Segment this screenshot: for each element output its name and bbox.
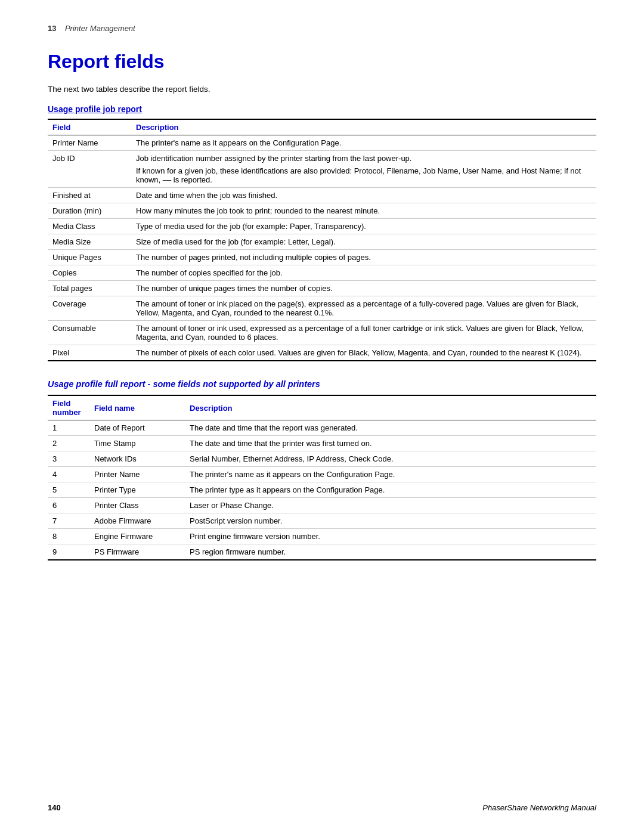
number-cell: 7 — [48, 513, 89, 529]
section1-table-header: Field Description — [48, 119, 596, 135]
description-cell: The date and time that the printer was f… — [185, 436, 596, 451]
field-cell: Consumable — [48, 321, 131, 345]
description-cell: The number of copies specified for the j… — [131, 265, 596, 281]
section2-table: Field number Field name Description 1Dat… — [48, 395, 596, 561]
description-cell: The printer type as it appears on the Co… — [185, 482, 596, 498]
section2-col-number: Field number — [48, 395, 89, 420]
section1-table: Field Description Printer NameThe printe… — [48, 119, 596, 361]
table-row: 3Network IDsSerial Number, Ethernet Addr… — [48, 451, 596, 467]
section2-header-row: Field number Field name Description — [48, 395, 596, 420]
description-cell: The amount of toner or ink placed on the… — [131, 296, 596, 321]
field-cell: Printer Name — [48, 135, 131, 151]
chapter-number: 13 — [48, 24, 56, 33]
chapter-title: Printer Management — [65, 24, 135, 33]
table-row: PixelThe number of pixels of each color … — [48, 345, 596, 361]
table-row: Unique PagesThe number of pages printed,… — [48, 250, 596, 265]
description-cell: Job identification number assigned by th… — [131, 151, 596, 188]
section1-header-row: Field Description — [48, 119, 596, 135]
description-cell: PostScript version number. — [185, 513, 596, 529]
description-cell: The printer's name as it appears on the … — [185, 467, 596, 482]
table-row: Total pagesThe number of unique pages ti… — [48, 281, 596, 296]
number-cell: 2 — [48, 436, 89, 451]
manual-title: PhaserShare Networking Manual — [482, 803, 596, 812]
number-cell: 1 — [48, 420, 89, 436]
table-row: 4Printer NameThe printer's name as it ap… — [48, 467, 596, 482]
number-cell: 8 — [48, 529, 89, 544]
fieldname-cell: Date of Report — [89, 420, 185, 436]
fieldname-cell: Printer Name — [89, 467, 185, 482]
table-row: Media ClassType of media used for the jo… — [48, 219, 596, 234]
field-cell: Total pages — [48, 281, 131, 296]
description-cell: The date and time that the report was ge… — [185, 420, 596, 436]
field-cell: Coverage — [48, 296, 131, 321]
number-cell: 9 — [48, 544, 89, 561]
fieldname-cell: Time Stamp — [89, 436, 185, 451]
number-cell: 6 — [48, 498, 89, 513]
page-number: 140 — [48, 803, 61, 812]
table-row: Job IDJob identification number assigned… — [48, 151, 596, 188]
section2-title: Usage profile full report - some fields … — [48, 379, 596, 389]
field-cell: Job ID — [48, 151, 131, 188]
description-cell: How many minutes the job took to print; … — [131, 203, 596, 219]
description-cell: Size of media used for the job (for exam… — [131, 234, 596, 250]
chapter-header: 13 Printer Management — [48, 24, 596, 33]
section2-table-body: 1Date of ReportThe date and time that th… — [48, 420, 596, 561]
fieldname-cell: Network IDs — [89, 451, 185, 467]
description-cell: Print engine firmware version number. — [185, 529, 596, 544]
section1-col-description: Description — [131, 119, 596, 135]
table-row: 8Engine FirmwarePrint engine firmware ve… — [48, 529, 596, 544]
description-cell: The amount of toner or ink used, express… — [131, 321, 596, 345]
number-cell: 4 — [48, 467, 89, 482]
fieldname-cell: Printer Type — [89, 482, 185, 498]
table-row: CopiesThe number of copies specified for… — [48, 265, 596, 281]
description-cell: The number of pages printed, not includi… — [131, 250, 596, 265]
description-cell: The printer's name as it appears on the … — [131, 135, 596, 151]
number-cell: 5 — [48, 482, 89, 498]
field-cell: Copies — [48, 265, 131, 281]
table-row: 9PS FirmwarePS region firmware number. — [48, 544, 596, 561]
table-row: Media SizeSize of media used for the job… — [48, 234, 596, 250]
fieldname-cell: Adobe Firmware — [89, 513, 185, 529]
description-cell: The number of pixels of each color used.… — [131, 345, 596, 361]
section2-col-fieldname: Field name — [89, 395, 185, 420]
intro-text: The next two tables describe the report … — [48, 85, 596, 94]
section1-col-field: Field — [48, 119, 131, 135]
table-row: 1Date of ReportThe date and time that th… — [48, 420, 596, 436]
field-cell: Duration (min) — [48, 203, 131, 219]
table-row: 6Printer ClassLaser or Phase Change. — [48, 498, 596, 513]
fieldname-cell: Engine Firmware — [89, 529, 185, 544]
description-cell: Type of media used for the job (for exam… — [131, 219, 596, 234]
fieldname-cell: Printer Class — [89, 498, 185, 513]
table-row: Finished atDate and time when the job wa… — [48, 188, 596, 203]
description-cell: Serial Number, Ethernet Address, IP Addr… — [185, 451, 596, 467]
table-row: ConsumableThe amount of toner or ink use… — [48, 321, 596, 345]
field-cell: Unique Pages — [48, 250, 131, 265]
table-row: Printer NameThe printer's name as it app… — [48, 135, 596, 151]
section2-col-description: Description — [185, 395, 596, 420]
section2-wrapper: Usage profile full report - some fields … — [48, 379, 596, 561]
field-cell: Media Class — [48, 219, 131, 234]
field-cell: Media Size — [48, 234, 131, 250]
table-row: CoverageThe amount of toner or ink place… — [48, 296, 596, 321]
page-footer: 140 PhaserShare Networking Manual — [0, 803, 644, 812]
description-cell: Date and time when the job was finished. — [131, 188, 596, 203]
field-cell: Finished at — [48, 188, 131, 203]
table-row: 5Printer TypeThe printer type as it appe… — [48, 482, 596, 498]
description-cell: PS region firmware number. — [185, 544, 596, 561]
page: 13 Printer Management Report fields The … — [0, 0, 644, 833]
table-row: 2Time StampThe date and time that the pr… — [48, 436, 596, 451]
description-cell: Laser or Phase Change. — [185, 498, 596, 513]
section2-table-header: Field number Field name Description — [48, 395, 596, 420]
fieldname-cell: PS Firmware — [89, 544, 185, 561]
field-cell: Pixel — [48, 345, 131, 361]
description-cell: The number of unique pages times the num… — [131, 281, 596, 296]
table-row: Duration (min)How many minutes the job t… — [48, 203, 596, 219]
section1-table-body: Printer NameThe printer's name as it app… — [48, 135, 596, 361]
page-title: Report fields — [48, 51, 596, 73]
section1-title: Usage profile job report — [48, 104, 596, 114]
number-cell: 3 — [48, 451, 89, 467]
table-row: 7Adobe FirmwarePostScript version number… — [48, 513, 596, 529]
